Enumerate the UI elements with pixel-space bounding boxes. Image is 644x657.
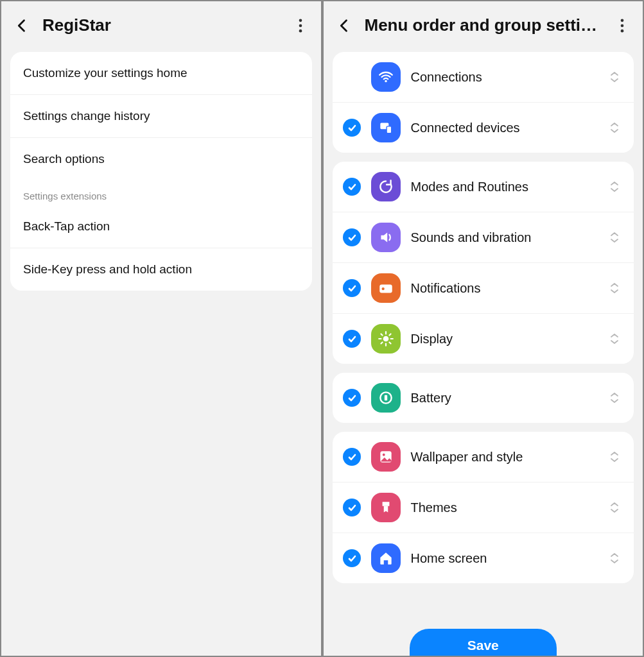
save-button[interactable]: Save [410, 629, 557, 656]
settings-item[interactable]: Notifications [333, 262, 634, 313]
reorder-handle[interactable] [607, 71, 622, 83]
row-label: Back-Tap action [23, 219, 110, 234]
settings-item[interactable]: Connected devices [333, 102, 634, 153]
item-label: Battery [411, 391, 597, 405]
checkbox[interactable] [343, 448, 361, 466]
settings-item[interactable]: Themes [333, 482, 634, 533]
item-label: Notifications [411, 281, 597, 296]
more-button[interactable] [292, 17, 309, 35]
battery-icon [371, 383, 401, 413]
checkbox[interactable] [343, 499, 361, 516]
wallpaper-icon [371, 442, 401, 472]
menu-order-pane: Menu order and group setti… ConnectionsC… [321, 1, 643, 656]
settings-item[interactable]: Wallpaper and style [333, 432, 634, 482]
header-right: Menu order and group setti… [324, 1, 643, 52]
reorder-handle[interactable] [607, 392, 622, 404]
settings-item[interactable]: Home screen [333, 533, 634, 583]
row-label: Search options [23, 152, 105, 166]
row-label: Settings change history [23, 109, 150, 123]
checkbox[interactable] [343, 389, 361, 407]
row-back-tap[interactable]: Back-Tap action [10, 205, 312, 248]
settings-group: Modes and RoutinesSounds and vibrationNo… [333, 162, 634, 364]
checkbox[interactable] [343, 549, 361, 567]
item-label: Themes [411, 500, 597, 515]
item-label: Home screen [411, 551, 597, 566]
group-main: Customize your settings home Settings ch… [10, 52, 312, 291]
checkbox[interactable] [343, 330, 361, 348]
refresh-icon [371, 172, 401, 201]
sound-icon [371, 223, 401, 252]
registar-pane: RegiStar Customize your settings home Se… [1, 1, 321, 656]
reorder-handle[interactable] [607, 502, 622, 513]
settings-item[interactable]: Display [333, 313, 634, 364]
reorder-handle[interactable] [607, 552, 622, 564]
row-label: Customize your settings home [23, 66, 187, 80]
reorder-handle[interactable] [607, 181, 622, 192]
item-label: Connections [411, 70, 597, 85]
item-label: Connected devices [411, 121, 597, 135]
reorder-handle[interactable] [607, 282, 622, 294]
settings-item[interactable]: Connections [333, 52, 634, 102]
row-side-key[interactable]: Side-Key press and hold action [10, 248, 312, 291]
row-search-options[interactable]: Search options [10, 137, 312, 180]
svg-point-3 [621, 19, 624, 22]
settings-group: Battery [333, 373, 634, 423]
wifi-icon [371, 62, 401, 92]
save-bar: Save [324, 625, 643, 656]
reorder-handle[interactable] [607, 232, 622, 243]
item-label: Wallpaper and style [411, 450, 597, 465]
settings-item[interactable]: Sounds and vibration [333, 212, 634, 262]
reorder-handle[interactable] [607, 333, 622, 345]
svg-point-2 [299, 29, 302, 32]
settings-list: ConnectionsConnected devicesModes and Ro… [324, 52, 643, 656]
page-title: RegiStar [42, 15, 280, 35]
devices-icon [371, 113, 401, 142]
settings-item[interactable]: Battery [333, 373, 634, 423]
brightness-icon [371, 324, 401, 354]
checkbox[interactable] [343, 228, 361, 246]
back-button[interactable] [13, 17, 31, 35]
home-icon [371, 543, 401, 573]
checkbox[interactable] [343, 279, 361, 297]
checkbox[interactable] [343, 119, 361, 137]
settings-group: ConnectionsConnected devices [333, 52, 634, 153]
svg-point-0 [299, 19, 302, 22]
header-left: RegiStar [1, 1, 321, 52]
settings-group: Wallpaper and styleThemesHome screen [333, 432, 634, 583]
row-label: Side-Key press and hold action [23, 262, 192, 277]
page-title: Menu order and group setti… [365, 15, 602, 35]
settings-item[interactable]: Modes and Routines [333, 162, 634, 212]
row-change-history[interactable]: Settings change history [10, 94, 312, 137]
item-label: Sounds and vibration [411, 230, 597, 245]
svg-point-4 [621, 24, 624, 27]
more-button[interactable] [613, 17, 631, 35]
themes-icon [371, 493, 401, 522]
svg-point-1 [299, 24, 302, 27]
item-label: Modes and Routines [411, 180, 597, 194]
section-label: Settings extensions [10, 180, 312, 205]
notifications-icon [371, 273, 401, 303]
svg-point-5 [621, 29, 624, 32]
row-customize-home[interactable]: Customize your settings home [10, 52, 312, 94]
back-button[interactable] [335, 17, 353, 35]
reorder-handle[interactable] [607, 122, 622, 133]
reorder-handle[interactable] [607, 451, 622, 463]
item-label: Display [411, 332, 597, 346]
checkbox[interactable] [343, 178, 361, 196]
